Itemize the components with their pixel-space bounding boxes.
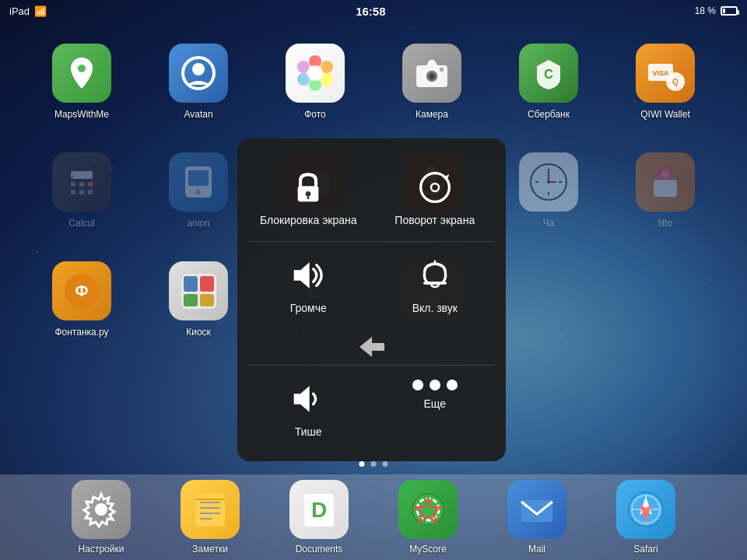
menu-item-lock-screen[interactable]: Блокировка экрана xyxy=(245,154,372,241)
device-name: iPad xyxy=(9,5,30,17)
app-icon-camera xyxy=(402,44,461,103)
app-label-avatan: Avatan xyxy=(184,109,212,120)
dock-label-myscore: MyScore xyxy=(409,544,446,555)
app-clock[interactable]: Ча xyxy=(490,145,607,254)
dock-label-safari: Safari xyxy=(633,544,658,555)
svg-point-33 xyxy=(196,190,201,194)
app-fontanka[interactable]: Ф Фонтанка.ру xyxy=(23,254,140,362)
dock-myscore[interactable]: MyScore xyxy=(398,480,458,555)
menu-label-lock-screen: Блокировка экрана xyxy=(260,213,357,227)
dock-icon-mail xyxy=(507,480,566,539)
svg-marker-70 xyxy=(359,337,372,357)
dock-icon-safari xyxy=(616,480,675,539)
svg-rect-49 xyxy=(654,180,677,197)
dock-mail[interactable]: Mail xyxy=(507,480,566,555)
menu-label-rotate-screen: Поворот экрана xyxy=(395,213,475,227)
svg-rect-22 xyxy=(71,171,93,179)
app-qiwi[interactable]: VISA Q QIWI Wallet xyxy=(607,36,724,145)
svg-point-48 xyxy=(661,170,670,179)
dock-icon-myscore xyxy=(398,480,458,539)
app-avatan[interactable]: Avatan xyxy=(140,36,257,145)
svg-point-64 xyxy=(306,191,311,197)
status-bar: iPad 📶 16:58 18 % xyxy=(0,0,747,22)
app-calculator[interactable]: + ✕ Calcul xyxy=(23,145,140,254)
app-label-camera: Камера xyxy=(416,109,448,120)
svg-text:✕: ✕ xyxy=(91,163,97,171)
menu-label-louder: Громче xyxy=(290,301,327,315)
menu-item-louder[interactable]: Громче xyxy=(245,242,372,329)
page-dot-2[interactable] xyxy=(371,461,377,467)
app-shoplifto[interactable]: lifto xyxy=(607,145,724,254)
app-camera[interactable]: Камера xyxy=(374,36,490,145)
svg-point-75 xyxy=(447,380,458,390)
svg-text:С: С xyxy=(544,68,553,81)
battery-icon xyxy=(721,6,738,16)
app-icon-shoplifto xyxy=(636,152,695,212)
menu-item-more[interactable]: Еще xyxy=(372,366,499,453)
dock-settings[interactable]: Настройки xyxy=(72,480,131,555)
back-arrow-icon xyxy=(358,335,386,359)
app-icon-avatan xyxy=(169,44,228,103)
app-label-mapswithme: MapsWithMe xyxy=(54,109,109,120)
svg-rect-88 xyxy=(521,500,552,522)
dock-label-settings: Настройки xyxy=(79,544,124,555)
menu-label-quieter: Тише xyxy=(295,425,322,439)
svg-rect-71 xyxy=(372,343,384,351)
dock-icon-settings xyxy=(72,480,131,539)
svg-rect-24 xyxy=(79,182,84,187)
svg-marker-11 xyxy=(426,60,437,65)
svg-rect-15 xyxy=(440,68,444,72)
volume-up-icon xyxy=(289,256,328,295)
page-dot-1[interactable] xyxy=(359,461,365,467)
context-menu: Блокировка экрана Поворот экрана Громче … xyxy=(237,138,506,461)
app-icon-calculator: + ✕ xyxy=(52,152,111,212)
page-dot-3[interactable] xyxy=(383,461,388,467)
app-label-shoplifto: lifto xyxy=(658,218,673,229)
dock: Настройки Заметки D Documents xyxy=(0,474,747,560)
svg-point-67 xyxy=(431,184,439,191)
svg-point-9 xyxy=(307,65,323,81)
app-label-clock: Ча xyxy=(543,218,555,229)
svg-rect-26 xyxy=(71,190,75,194)
svg-text:D: D xyxy=(311,498,327,522)
svg-point-2 xyxy=(192,63,205,75)
status-time: 16:58 xyxy=(356,5,385,18)
battery-percent: 18 % xyxy=(695,5,716,16)
svg-rect-28 xyxy=(88,190,93,194)
app-label-photos: Фото xyxy=(304,109,326,120)
app-icon-qiwi: VISA Q xyxy=(636,44,695,103)
page-dots xyxy=(359,461,388,467)
svg-rect-32 xyxy=(188,170,209,186)
menu-item-rotate-screen[interactable]: Поворот экрана xyxy=(372,154,499,241)
dock-notes[interactable]: Заметки xyxy=(181,480,240,555)
svg-rect-27 xyxy=(79,190,84,194)
app-photos[interactable]: Фото xyxy=(257,36,374,145)
dock-documents[interactable]: D Documents xyxy=(289,480,349,555)
svg-rect-25 xyxy=(88,182,93,187)
svg-point-46 xyxy=(547,180,550,184)
app-sberbank[interactable]: С Сбербанк xyxy=(490,36,607,145)
status-right: 18 % xyxy=(695,5,738,16)
svg-rect-53 xyxy=(184,276,198,292)
bell-icon xyxy=(416,256,454,295)
menu-label-enable-sound: Вкл. звук xyxy=(412,301,458,315)
svg-rect-55 xyxy=(184,294,198,306)
more-dots xyxy=(412,380,458,390)
svg-point-73 xyxy=(412,380,423,390)
rotate-icon xyxy=(416,168,454,207)
svg-point-74 xyxy=(430,380,440,390)
menu-center-arrow xyxy=(245,329,498,365)
app-label-qiwi: QIWI Wallet xyxy=(640,109,690,120)
menu-item-enable-sound[interactable]: Вкл. звук xyxy=(372,242,499,329)
app-label-kiosk: Киоск xyxy=(186,327,211,338)
svg-point-76 xyxy=(95,503,107,516)
dock-icon-documents: D xyxy=(289,480,349,539)
menu-item-quieter[interactable]: Тише xyxy=(245,366,372,453)
dock-icon-notes xyxy=(181,480,240,539)
app-mapswithme[interactable]: MapsWithMe xyxy=(23,36,140,145)
svg-marker-72 xyxy=(294,387,310,412)
dock-safari[interactable]: Safari xyxy=(616,480,675,555)
app-icon-clock xyxy=(519,152,578,212)
svg-text:Ф: Ф xyxy=(75,282,88,299)
svg-point-14 xyxy=(430,75,433,78)
